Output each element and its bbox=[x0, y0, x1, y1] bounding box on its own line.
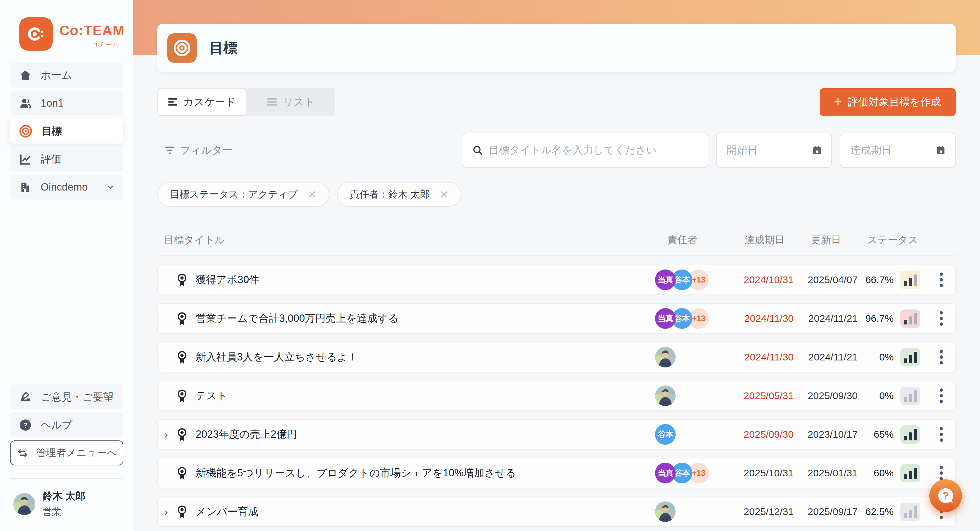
chip-remove-icon[interactable]: ✕ bbox=[440, 188, 449, 201]
expand-chevron-icon[interactable]: › bbox=[164, 428, 176, 441]
updated-date: 2025/04/07 bbox=[794, 274, 858, 285]
help-fab-button[interactable]: ? bbox=[929, 479, 962, 512]
main-area: 目標 カスケード リスト + 評価対象目標を作成 フィルター bbox=[133, 0, 980, 531]
sidebar-item-feedback[interactable]: ご意見・ご要望 bbox=[10, 384, 123, 409]
status-badge bbox=[900, 348, 920, 366]
filter-chip-owner[interactable]: 責任者：鈴木 太郎 ✕ bbox=[337, 182, 461, 207]
table-row[interactable]: › 獲得アポ30件 当真谷本+13 2024/10/31 2025/04/07 … bbox=[158, 265, 956, 295]
svg-text:?: ? bbox=[23, 421, 27, 429]
question-glyph: ? bbox=[942, 490, 949, 502]
user-profile[interactable]: 鈴木 太郎 営業 bbox=[10, 489, 123, 518]
expand-chevron-icon[interactable]: › bbox=[164, 506, 176, 518]
progress-percent: 0% bbox=[858, 352, 894, 363]
help-circle-icon: ? bbox=[19, 418, 32, 432]
sidebar-item-goals[interactable]: 目標 bbox=[10, 119, 123, 144]
building-icon bbox=[19, 181, 32, 194]
goal-medal-icon bbox=[176, 311, 188, 325]
row-menu-button[interactable] bbox=[927, 427, 955, 442]
due-date: 2024/10/31 bbox=[714, 274, 794, 285]
table-row[interactable]: › 営業チームで合計3,000万円売上を達成する 当真谷本+13 2024/11… bbox=[158, 303, 956, 333]
row-menu-button[interactable] bbox=[927, 388, 955, 403]
row-menu-button[interactable] bbox=[927, 273, 955, 287]
goal-medal-icon bbox=[176, 466, 188, 480]
page-title: 目標 bbox=[209, 39, 237, 57]
row-menu-button[interactable] bbox=[927, 466, 955, 480]
owner-initials-avatar: 当真 bbox=[655, 308, 676, 329]
due-date: 2025/12/31 bbox=[714, 506, 794, 517]
goal-title[interactable]: 2023年度の売上2億円 bbox=[196, 427, 297, 441]
goal-search-input[interactable] bbox=[488, 133, 700, 167]
user-role: 営業 bbox=[43, 506, 85, 518]
coteam-logo-icon bbox=[19, 17, 52, 51]
feedback-box-icon bbox=[19, 390, 32, 404]
status-badge bbox=[900, 464, 920, 482]
table-row[interactable]: › 新入社員3人を一人立ちさせるよ！ 2024/11/30 2024/11/21 bbox=[158, 342, 956, 372]
due-date: 2025/09/30 bbox=[714, 429, 794, 440]
sidebar-item-help[interactable]: ? ヘルプ bbox=[10, 412, 123, 437]
progress-percent: 65% bbox=[858, 429, 894, 440]
goal-title[interactable]: 新入社員3人を一人立ちさせるよ！ bbox=[196, 350, 358, 364]
create-goal-button[interactable]: + 評価対象目標を作成 bbox=[820, 88, 956, 116]
due-date-input[interactable] bbox=[850, 133, 926, 167]
cascade-icon bbox=[168, 97, 177, 107]
calendar-icon[interactable] bbox=[935, 144, 947, 156]
chevron-down-icon[interactable] bbox=[106, 183, 115, 192]
goal-medal-icon bbox=[176, 273, 188, 287]
updated-date: 2025/09/17 bbox=[794, 506, 858, 517]
chart-line-icon bbox=[19, 152, 32, 166]
goal-medal-icon bbox=[176, 350, 188, 364]
progress-percent: 66.7% bbox=[858, 274, 894, 285]
filter-toggle[interactable]: フィルター bbox=[158, 143, 233, 157]
owner-photo-avatar bbox=[655, 385, 676, 406]
owner-avatars[interactable]: 谷本 bbox=[650, 424, 714, 445]
admin-menu-button[interactable]: 管理者メニューへ bbox=[10, 441, 123, 465]
due-date: 2025/05/31 bbox=[714, 390, 794, 401]
list-icon bbox=[267, 97, 277, 107]
due-date: 2025/10/31 bbox=[714, 468, 794, 479]
tab-cascade[interactable]: カスケード bbox=[158, 88, 247, 116]
progress-percent: 96.7% bbox=[858, 313, 894, 324]
tab-list[interactable]: リスト bbox=[247, 88, 335, 116]
sidebar-item-home[interactable]: ホーム bbox=[10, 63, 123, 87]
sidebar-item-organization[interactable]: Oincdemo bbox=[10, 174, 123, 200]
goal-title[interactable]: 獲得アポ30件 bbox=[196, 273, 259, 287]
updated-date: 2024/11/21 bbox=[794, 352, 858, 363]
goal-title[interactable]: 新機能を5つリリースし、プロダクトの市場シェアを10%増加させる bbox=[196, 466, 516, 480]
start-date-input[interactable] bbox=[727, 133, 803, 167]
goal-title[interactable]: 営業チームで合計3,000万円売上を達成する bbox=[196, 311, 399, 325]
app-logo: Co:TEAM - コチーム - bbox=[0, 0, 133, 51]
owner-avatars[interactable]: 当真谷本+13 bbox=[650, 308, 714, 329]
plus-icon: + bbox=[834, 94, 842, 109]
table-header-divider bbox=[158, 255, 956, 255]
chip-remove-icon[interactable]: ✕ bbox=[308, 188, 317, 201]
table-row[interactable]: › テスト 2025/05/31 2025/09/30 0% bbox=[158, 381, 956, 411]
filter-icon bbox=[165, 145, 174, 155]
sidebar-item-evaluation[interactable]: 評価 bbox=[10, 147, 123, 171]
table-row[interactable]: › メンバー育成 2025/12/31 2025/09/17 62.5% bbox=[158, 497, 956, 527]
owner-avatars[interactable] bbox=[650, 347, 714, 368]
row-menu-button[interactable] bbox=[927, 350, 955, 365]
sidebar-item-1on1[interactable]: 1on1 bbox=[10, 90, 123, 116]
status-badge bbox=[900, 387, 920, 405]
owner-avatars[interactable] bbox=[650, 501, 714, 522]
table-row[interactable]: › 新機能を5つリリースし、プロダクトの市場シェアを10%増加させる 当真谷本+… bbox=[158, 458, 956, 488]
goal-title[interactable]: メンバー育成 bbox=[196, 505, 258, 519]
row-menu-button[interactable] bbox=[927, 311, 955, 326]
due-date: 2024/11/30 bbox=[714, 352, 794, 363]
goal-title[interactable]: テスト bbox=[196, 389, 228, 403]
owner-avatars[interactable]: 当真谷本+13 bbox=[650, 269, 714, 290]
column-updated: 更新日 bbox=[794, 233, 858, 247]
updated-date: 2025/01/31 bbox=[794, 468, 858, 479]
owner-avatars[interactable] bbox=[650, 385, 714, 406]
switch-arrows-icon bbox=[16, 447, 29, 460]
owner-avatars[interactable]: 当真谷本+13 bbox=[650, 463, 714, 483]
search-icon bbox=[472, 144, 483, 156]
calendar-icon[interactable] bbox=[811, 144, 822, 156]
owner-initials-avatar: 当真 bbox=[655, 269, 676, 290]
sidebar: Co:TEAM - コチーム - ホーム 1on1 bbox=[0, 0, 133, 531]
owner-initials-avatar: 当真 bbox=[655, 463, 676, 483]
user-avatar bbox=[13, 493, 35, 515]
filter-chip-status[interactable]: 目標ステータス：アクティブ ✕ bbox=[158, 182, 329, 207]
table-row[interactable]: › 2023年度の売上2億円 谷本 2025/09/30 2023/10/17 … bbox=[158, 419, 956, 449]
target-icon bbox=[19, 124, 33, 138]
